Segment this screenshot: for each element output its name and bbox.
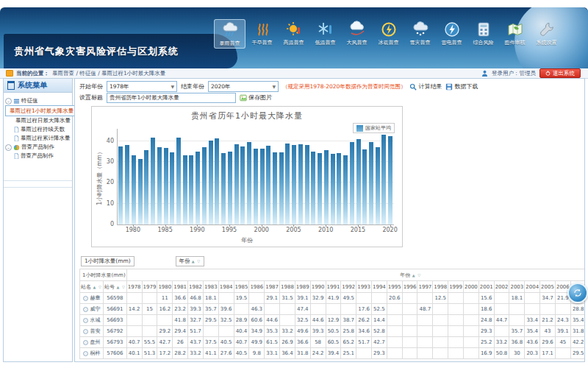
nav-item-low-temp[interactable]: 低温普查 (310, 19, 340, 49)
location-label: 当前的位置： (16, 70, 49, 77)
value-cell (402, 293, 417, 304)
value-cell: 65.2 (341, 337, 356, 348)
sidebar-item[interactable]: 暴雨过程累计降水量 (5, 134, 71, 143)
sidebar-item[interactable]: 暴雨过程持续天数 (5, 125, 71, 134)
wind-icon (348, 21, 366, 38)
value-cell (555, 304, 570, 315)
value-cell: 31.8 (570, 326, 585, 337)
value-cell: 48.7 (417, 304, 433, 315)
station-id-header[interactable]: 站号 ▲ ▽ (103, 281, 126, 293)
nav-item-wind[interactable]: 大风普查 (342, 19, 372, 49)
sidebar-item[interactable]: 暴雨过程1小时最大降水量 (5, 105, 76, 116)
sort-arrows-icon[interactable]: ▲ ▽ (192, 259, 201, 263)
nav-item-hail[interactable]: 冰雹普查 (373, 19, 404, 49)
value-cell (402, 337, 417, 348)
row-select-icon[interactable] (83, 318, 88, 323)
value-cell: 32.7 (188, 315, 204, 326)
year-header[interactable]: 年份 ▲ ▽ (126, 269, 585, 281)
table-row: 威宁5669114.21516.223.239.335.739.646.347.… (80, 304, 586, 315)
chart-bar-1986 (170, 152, 174, 224)
value-cell: 25.1 (341, 348, 356, 359)
chart-title-input[interactable] (107, 93, 236, 103)
download-button[interactable]: 数据下载 (445, 82, 478, 91)
sort-arrows-icon[interactable]: ▲ ▽ (410, 273, 421, 277)
nav-item-snow[interactable]: 雪灾普查 (405, 19, 435, 49)
start-year-select[interactable]: 1978年▼ (107, 81, 177, 92)
station-name-header[interactable]: 站名 ▲ ▽ (80, 281, 104, 293)
value-cell: 42.7 (372, 337, 387, 348)
calculate-button[interactable]: 计算结果 (409, 82, 442, 91)
value-cell (463, 304, 478, 315)
value-cell: 39.3 (310, 326, 326, 337)
value-cell (448, 337, 464, 348)
row-select-icon[interactable] (83, 340, 88, 345)
year-sort-box[interactable]: 年份▲ ▽ (176, 256, 204, 266)
value-cell: 39.6 (218, 304, 234, 315)
logout-button[interactable]: 退出系统 (539, 68, 581, 78)
value-cell: 47.4 (295, 304, 310, 315)
chart-bar-2002 (273, 152, 277, 224)
nav-item-label: 雷电普查 (442, 39, 462, 46)
sort-arrows-icon[interactable]: ▲ ▽ (91, 285, 102, 289)
tree-group-label: 特征值 (21, 96, 38, 105)
value-cell: 33.2 (494, 337, 509, 348)
save-image-button[interactable]: 保存图片 (240, 93, 272, 102)
measure-header: 1小时降水量(mm) (80, 269, 127, 281)
station-name-cell: 威宁 (80, 304, 104, 315)
nav-item-label: 综合风险 (473, 39, 494, 46)
floating-refresh-button[interactable] (567, 283, 588, 303)
value-cell: 31.5 (280, 293, 295, 304)
nav-item-lightning[interactable]: 雷电普查 (437, 19, 467, 49)
row-select-icon[interactable] (83, 329, 88, 334)
nav-item-high-temp[interactable]: 高温普查 (279, 19, 309, 49)
nav-item-label: 雪灾普查 (410, 39, 431, 46)
x-tick-label: 1980 (122, 227, 144, 233)
value-cell: 58 (310, 337, 326, 348)
value-cell (448, 293, 464, 304)
end-year-select[interactable]: 2020年▼ (208, 81, 279, 92)
y-tick-label: 10 (96, 200, 114, 207)
sidebar-item[interactable]: 暴雨过程日最大降水量 (5, 116, 71, 125)
sidebar-item[interactable]: 普查产品制作 (5, 152, 71, 160)
measure-filter-box[interactable]: 1小时降水量(mm) (81, 256, 135, 266)
list-icon (13, 98, 20, 105)
station-name: 水城 (90, 317, 100, 323)
value-cell: 43.6 (525, 337, 540, 348)
nav-item-drought[interactable]: 干旱普查 (247, 19, 277, 49)
x-tick-mark (197, 224, 198, 227)
value-cell: 24.3 (555, 315, 570, 326)
value-cell (157, 315, 173, 326)
value-cell: 49.9 (249, 337, 265, 348)
collapse-icon[interactable]: – (5, 98, 12, 105)
nav-item-settings[interactable]: 系统设置 (531, 19, 562, 49)
x-tick-mark (133, 224, 134, 227)
year-column-header: 1990 (310, 281, 326, 293)
nav-item-rainstorm[interactable]: 暴雨普查 (214, 19, 245, 49)
value-cell (448, 326, 464, 337)
nav-item-composite-risk[interactable]: 综合风险 (468, 19, 498, 49)
tree-group-0[interactable]: –特征值 (5, 96, 71, 105)
year-column-header: 1982 (188, 281, 204, 293)
sort-arrows-icon[interactable]: ▲ ▽ (115, 285, 126, 289)
value-cell (417, 337, 433, 348)
settings-icon (538, 21, 556, 38)
value-cell: 35.7 (203, 304, 218, 315)
year-column-header: 1996 (402, 281, 417, 293)
value-cell: 9.8 (249, 348, 265, 359)
value-cell: 40.7 (126, 337, 142, 348)
hail-icon (380, 21, 398, 38)
row-select-icon[interactable] (83, 351, 88, 356)
x-tick-mark (293, 224, 294, 227)
row-select-icon[interactable] (83, 307, 88, 312)
value-cell: 15 (142, 304, 157, 315)
row-select-icon[interactable] (83, 296, 88, 301)
value-cell: 44.7 (494, 315, 509, 326)
value-cell: 35.4 (525, 326, 540, 337)
value-cell: 60.5 (326, 337, 341, 348)
nav-item-map-review[interactable]: 图件审核 (500, 19, 530, 49)
value-cell: 33.2 (188, 348, 204, 359)
value-cell: 42.7 (157, 337, 173, 348)
collapse-icon[interactable]: – (5, 144, 12, 151)
tree-group-1[interactable]: –普查产品制作 (5, 143, 71, 152)
main-panel: 开始年份 1978年▼ 结束年份 2020年▼ （规定采用1978-2020年数… (74, 78, 585, 362)
